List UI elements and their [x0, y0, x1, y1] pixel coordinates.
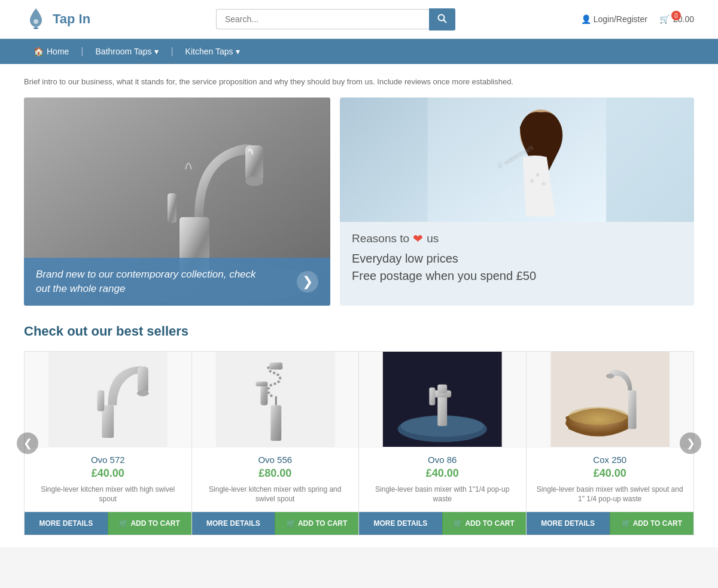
product-price-4: £40.00	[594, 467, 626, 480]
svg-rect-23	[97, 390, 104, 411]
cart-icon-1: 🛒	[119, 519, 128, 528]
svg-rect-34	[437, 384, 447, 393]
svg-rect-25	[270, 405, 281, 441]
svg-rect-21	[138, 366, 148, 393]
navbar: 🏠 Home | Bathroom Taps ▾ | Kitchen Taps …	[0, 39, 718, 64]
home-icon: 🏠	[34, 47, 44, 56]
nav-kitchen-taps[interactable]: Kitchen Taps ▾	[176, 39, 250, 63]
nav-separator-2: |	[168, 39, 175, 64]
nav-home[interactable]: 🏠 Home	[24, 39, 78, 63]
product-image-4	[527, 352, 694, 447]
hero-side-image: © watermark	[340, 98, 694, 223]
svg-rect-27	[260, 384, 267, 405]
products-grid: Ovo 572 £40.00 Single-lever kitchen mixe…	[24, 351, 694, 536]
product-image-2	[192, 352, 359, 447]
svg-line-4	[443, 20, 446, 22]
svg-rect-26	[269, 362, 282, 369]
svg-point-16	[530, 179, 534, 182]
cart-icon-2: 🛒	[287, 519, 296, 528]
product-desc-1: Single-lever kitchen mixer with high swi…	[25, 485, 191, 512]
product-name-1: Ovo 572	[91, 455, 125, 465]
cart-area[interactable]: 0 🛒 £0.00	[659, 14, 694, 24]
product-image-3	[359, 352, 526, 447]
cart-icon-4: 🛒	[622, 519, 631, 528]
product-name-3: Ovo 86	[428, 455, 457, 465]
main-content: Brief intro to our business, what it sta…	[0, 64, 718, 547]
svg-point-0	[34, 19, 38, 24]
svg-point-38	[568, 407, 628, 425]
chevron-down-icon-2: ▾	[236, 47, 240, 56]
benefit-1: Everyday low prices	[352, 252, 682, 266]
cart-icon-3: 🛒	[454, 519, 463, 528]
product-actions-1: MORE DETAILS 🛒 ADD TO CART	[25, 511, 191, 535]
search-button[interactable]	[429, 8, 455, 31]
logo-icon	[24, 6, 48, 32]
search-input[interactable]	[216, 9, 429, 29]
svg-rect-32	[437, 393, 447, 426]
svg-rect-35	[429, 387, 435, 405]
svg-rect-39	[628, 390, 636, 429]
hero-overlay: Brand new to our contemporary collection…	[24, 258, 330, 306]
product-desc-4: Single-lever basin mixer with swivel spo…	[527, 485, 694, 512]
product-card-4: Cox 250 £40.00 Single-lever basin mixer …	[527, 352, 694, 535]
details-button-2[interactable]: MORE DETAILS	[192, 512, 275, 535]
reasons-label: Reasons to ❤ us	[352, 231, 682, 246]
benefit-2: Free postage when you spend £50	[352, 269, 682, 283]
product-desc-2: Single-lever kitchen mixer with spring a…	[192, 485, 359, 512]
svg-point-11	[245, 176, 263, 186]
heart-icon: ❤	[413, 231, 423, 246]
product-actions-2: MORE DETAILS 🛒 ADD TO CART	[192, 511, 359, 535]
details-button-4[interactable]: MORE DETAILS	[527, 512, 610, 535]
header-right: 👤 Login/Register 0 🛒 £0.00	[581, 14, 694, 24]
product-price-2: £80.00	[258, 467, 291, 480]
svg-rect-28	[255, 381, 267, 386]
details-button-1[interactable]: MORE DETAILS	[25, 512, 108, 535]
carousel-prev-button[interactable]: ❮	[17, 432, 38, 454]
chevron-down-icon-1: ▾	[154, 47, 159, 56]
svg-point-15	[536, 173, 540, 176]
hero-side-content: Reasons to ❤ us Everyday low prices Free…	[340, 222, 694, 296]
product-price-1: £40.00	[92, 467, 124, 480]
cart-badge: 0	[671, 11, 681, 20]
product-actions-4: MORE DETAILS 🛒 ADD TO CART	[527, 511, 694, 535]
hero-side-banner: © watermark Reasons to ❤ us Everyday low…	[340, 98, 694, 306]
product-name-4: Cox 250	[593, 455, 626, 465]
product-desc-3: Single-lever basin mixer with 1"1/4 pop-…	[359, 485, 526, 512]
product-actions-3: MORE DETAILS 🛒 ADD TO CART	[359, 511, 526, 535]
hero-arrow-icon[interactable]: ❯	[297, 271, 318, 293]
nav-separator-1: |	[78, 39, 86, 64]
logo-area: Tap In	[24, 6, 90, 32]
add-to-cart-button-1[interactable]: 🛒 ADD TO CART	[108, 512, 191, 535]
add-to-cart-button-3[interactable]: 🛒 ADD TO CART	[442, 512, 526, 535]
svg-point-40	[606, 373, 614, 378]
nav-bathroom-taps[interactable]: Bathroom Taps ▾	[86, 39, 169, 63]
logo-text: Tap In	[53, 11, 90, 27]
products-carousel: ❮	[24, 351, 694, 536]
details-button-3[interactable]: MORE DETAILS	[359, 512, 442, 535]
best-sellers-title: Check out our best sellers	[24, 324, 694, 339]
product-card-2: Ovo 556 £80.00 Single-lever kitchen mixe…	[192, 352, 360, 535]
add-to-cart-button-2[interactable]: 🛒 ADD TO CART	[275, 512, 358, 535]
product-card-1: Ovo 572 £40.00 Single-lever kitchen mixe…	[25, 352, 192, 535]
product-image-1	[25, 352, 191, 447]
user-icon: 👤	[581, 14, 591, 24]
header: Tap In 👤 Login/Register 0 🛒 £0.00	[0, 0, 718, 39]
add-to-cart-button-4[interactable]: 🛒 ADD TO CART	[610, 512, 693, 535]
intro-text: Brief intro to our business, what it sta…	[24, 76, 694, 88]
svg-point-17	[542, 182, 546, 185]
login-register-link[interactable]: 👤 Login/Register	[581, 14, 647, 24]
hero-section: Brand new to our contemporary collection…	[24, 98, 694, 306]
hero-caption: Brand new to our contemporary collection…	[36, 267, 262, 296]
product-name-2: Ovo 556	[258, 455, 292, 465]
svg-point-22	[137, 390, 149, 396]
hero-main-banner: Brand new to our contemporary collection…	[24, 98, 330, 306]
product-card-3: Ovo 86 £40.00 Single-lever basin mixer w…	[359, 352, 527, 535]
product-price-3: £40.00	[426, 467, 459, 480]
search-area	[216, 8, 455, 31]
svg-rect-12	[168, 193, 177, 223]
carousel-next-button[interactable]: ❯	[680, 432, 701, 454]
cart-icon: 🛒	[659, 14, 670, 24]
login-label: Login/Register	[594, 14, 647, 24]
